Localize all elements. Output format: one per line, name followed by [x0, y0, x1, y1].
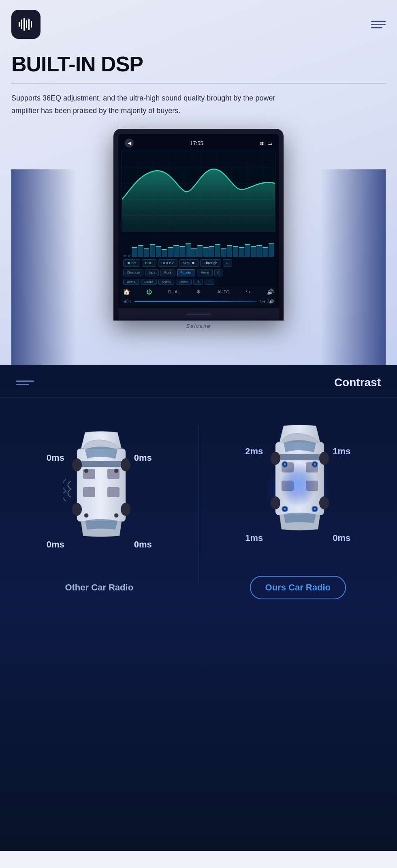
- svg-rect-0: [19, 22, 20, 27]
- user1-btn[interactable]: User1: [123, 279, 139, 285]
- remove-user-btn[interactable]: −: [205, 279, 214, 285]
- svg-point-49: [314, 463, 316, 466]
- other-car-svg: [63, 428, 136, 550]
- other-ms-bottom-left: 0ms: [47, 539, 64, 550]
- rock-btn[interactable]: Rock: [160, 269, 175, 276]
- svg-point-50: [284, 508, 286, 510]
- svg-point-42: [319, 496, 329, 509]
- popular-btn[interactable]: Popular: [177, 269, 196, 276]
- nav-icon3[interactable]: ↻: [259, 299, 263, 304]
- ours-ms-top-right: 1ms: [333, 446, 350, 457]
- info-btn[interactable]: ⓘ: [214, 269, 223, 276]
- dts-btn[interactable]: ⏺ dts: [123, 259, 140, 267]
- expand-icon: ≋: [260, 140, 264, 146]
- power-icon[interactable]: ⏻: [146, 289, 152, 295]
- ours-ms-bottom-left: 1ms: [245, 533, 263, 543]
- bottom-section: Contrast 0ms 0ms 0ms 0ms: [0, 365, 397, 851]
- brand-text: Seicane: [11, 321, 386, 334]
- svg-rect-22: [83, 487, 95, 497]
- window-icon: ▭: [267, 140, 272, 146]
- contrast-header: Contrast: [0, 365, 397, 398]
- svg-rect-4: [28, 19, 30, 30]
- arrows-icon[interactable]: ↪: [246, 289, 251, 295]
- through-btn[interactable]: Through: [200, 259, 221, 267]
- dolby-btn[interactable]: DOLBY: [158, 259, 178, 267]
- device-chin: [118, 308, 279, 321]
- svg-point-29: [84, 469, 88, 473]
- ours-car-top-view: 2ms 1ms 1ms 0ms: [245, 414, 350, 568]
- back-nav-btn[interactable]: ◀: [123, 299, 126, 304]
- svg-point-51: [314, 508, 316, 510]
- svg-rect-38: [280, 454, 320, 460]
- progress-bar: [134, 301, 257, 302]
- header-bar: [11, 10, 386, 39]
- other-car-comparison: 0ms 0ms 0ms 0ms: [8, 420, 190, 593]
- home-icon[interactable]: 🏠: [123, 289, 130, 295]
- user2-btn[interactable]: User2: [141, 279, 156, 285]
- svg-point-28: [121, 503, 130, 516]
- volume-icon[interactable]: 🔊: [267, 289, 274, 295]
- bbe-btn[interactable]: BBE: [142, 259, 156, 267]
- eq-controls-row1: ⏺ dts BBE DOLBY SRS ⏺ Through ↔: [122, 258, 275, 268]
- eq-sliders-row: G Q: [122, 233, 275, 258]
- nav-icon4[interactable]: ⏭: [263, 299, 267, 304]
- other-ms-bottom-right: 0ms: [134, 539, 152, 550]
- car-bottom-controls: 🏠 ⏻ DUAL ❄ AUTO ↪ 🔊: [122, 286, 275, 297]
- ours-car-label-button[interactable]: Ours Car Radio: [250, 576, 346, 599]
- waveform-icon: [17, 15, 35, 33]
- svg-rect-1: [21, 19, 22, 29]
- logo-icon: [11, 10, 41, 39]
- back-button[interactable]: ◀: [125, 139, 134, 148]
- svg-rect-5: [31, 21, 32, 28]
- subtitle-text: Supports 36EQ adjustment, and the ultra-…: [11, 92, 287, 117]
- svg-rect-19: [77, 449, 126, 522]
- svg-point-25: [72, 458, 82, 471]
- ours-ms-top-left: 2ms: [245, 446, 263, 457]
- other-car-label: Other Car Radio: [65, 582, 133, 593]
- fan-icon[interactable]: ❄: [196, 289, 201, 295]
- svg-point-40: [319, 452, 329, 465]
- top-section: BUILT-IN DSP Supports 36EQ adjustment, a…: [0, 0, 397, 365]
- device-screen: ◀ 17:55 ≋ ▭: [118, 134, 279, 308]
- svg-point-26: [121, 458, 130, 471]
- volume-right-icon[interactable]: 🔊: [269, 299, 274, 304]
- svg-point-27: [72, 503, 82, 516]
- svg-point-39: [271, 452, 280, 465]
- svg-point-30: [114, 469, 118, 473]
- svg-point-41: [271, 496, 280, 509]
- svg-point-32: [114, 513, 118, 517]
- svg-point-31: [84, 513, 88, 517]
- comparison-separator: [198, 425, 199, 588]
- device-container: ◀ 17:55 ≋ ▭: [11, 129, 386, 321]
- user5-btn[interactable]: User5: [176, 279, 192, 285]
- other-ms-top-left: 0ms: [47, 453, 64, 463]
- comparison-area: 0ms 0ms 0ms 0ms: [0, 398, 397, 616]
- other-ms-top-right: 0ms: [134, 453, 152, 463]
- reset-btn[interactable]: Reset: [197, 269, 213, 276]
- other-car-top-view: 0ms 0ms 0ms 0ms: [47, 420, 152, 574]
- screen-time: 17:55: [190, 140, 203, 146]
- title-divider: [11, 83, 386, 84]
- classical-btn[interactable]: Classical: [123, 269, 143, 276]
- device-mockup: ◀ 17:55 ≋ ▭: [113, 129, 284, 321]
- hamburger-menu-icon[interactable]: [371, 21, 386, 28]
- io-btn[interactable]: ↔: [223, 259, 232, 267]
- user3-btn[interactable]: User3: [158, 279, 174, 285]
- ours-car-svg: [261, 422, 334, 543]
- auto-label: AUTO: [218, 289, 230, 294]
- user-presets-row: User1 User2 User3 User5 + −: [122, 278, 275, 286]
- screen-header: ◀ 17:55 ≋ ▭: [122, 137, 275, 151]
- eq-chart: [122, 151, 275, 232]
- ours-ms-bottom-right: 0ms: [333, 533, 350, 543]
- add-user-btn[interactable]: +: [193, 279, 203, 285]
- eq-presets-row: Classical Jazz Rock Popular Reset ⓘ: [122, 268, 275, 278]
- screen-icons: ≋ ▭: [260, 140, 272, 146]
- svg-rect-23: [107, 487, 120, 497]
- svg-rect-3: [26, 20, 27, 28]
- jazz-btn[interactable]: Jazz: [145, 269, 159, 276]
- svg-rect-2: [23, 18, 25, 31]
- ours-car-comparison: 2ms 1ms 1ms 0ms: [207, 414, 389, 599]
- svg-point-48: [284, 463, 286, 466]
- nav-icon2[interactable]: ⤸: [129, 299, 132, 304]
- srs-btn[interactable]: SRS ⏺: [179, 259, 198, 267]
